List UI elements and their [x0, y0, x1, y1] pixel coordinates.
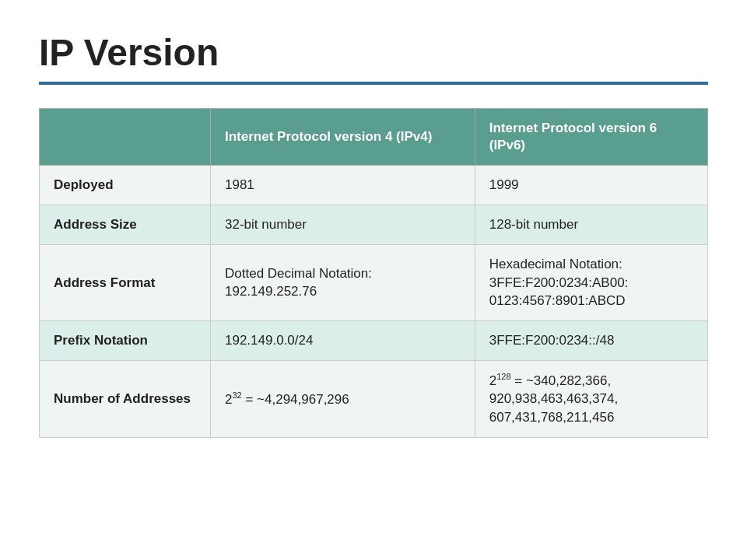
table-row: Address Format Dotted Decimal Notation: … [40, 244, 708, 320]
row-ipv6-address-size: 128-bit number [475, 205, 707, 244]
row-ipv6-prefix-notation: 3FFE:F200:0234::/48 [475, 321, 707, 361]
comparison-table: Internet Protocol version 4 (IPv4) Inter… [39, 108, 708, 438]
row-ipv4-num-addresses: 232 = ~4,294,967,296 [211, 360, 475, 437]
ipv6-exp: 128 [496, 372, 510, 381]
row-ipv4-prefix-notation: 192.149.0.0/24 [211, 321, 475, 361]
ipv4-exp: 32 [232, 390, 241, 400]
ipv4-val: = ~4,294,967,296 [242, 391, 349, 406]
table-row: Number of Addresses 232 = ~4,294,967,296… [40, 360, 708, 437]
ipv6-base: 2 [489, 373, 496, 388]
row-label-prefix-notation: Prefix Notation [40, 321, 211, 361]
page-title: IP Version [39, 31, 708, 74]
table-header-row: Internet Protocol version 4 (IPv4) Inter… [40, 109, 708, 166]
header-ipv4: Internet Protocol version 4 (IPv4) [211, 109, 475, 166]
row-label-num-addresses: Number of Addresses [40, 360, 211, 437]
row-ipv4-address-format: Dotted Decimal Notation: 192.149.252.76 [211, 244, 475, 320]
row-label-address-size: Address Size [40, 205, 211, 244]
row-ipv6-num-addresses: 2128 = ~340,282,366,920,938,463,463,374,… [475, 360, 707, 437]
table-row: Deployed 1981 1999 [40, 166, 708, 205]
header-empty [40, 109, 211, 166]
page: IP Version Internet Protocol version 4 (… [0, 0, 747, 560]
row-label-address-format: Address Format [40, 244, 211, 320]
table-row: Prefix Notation 192.149.0.0/24 3FFE:F200… [40, 321, 708, 361]
table-wrapper: Internet Protocol version 4 (IPv4) Inter… [39, 108, 708, 438]
row-ipv6-deployed: 1999 [475, 166, 707, 205]
title-divider [39, 82, 708, 85]
row-label-deployed: Deployed [40, 166, 211, 205]
row-ipv6-address-format: Hexadecimal Notation:3FFE:F200:0234:AB00… [475, 244, 707, 320]
header-ipv6: Internet Protocol version 6 (IPv6) [475, 109, 707, 166]
row-ipv4-deployed: 1981 [211, 166, 475, 205]
row-ipv4-address-size: 32-bit number [211, 205, 475, 244]
table-row: Address Size 32-bit number 128-bit numbe… [40, 205, 708, 244]
